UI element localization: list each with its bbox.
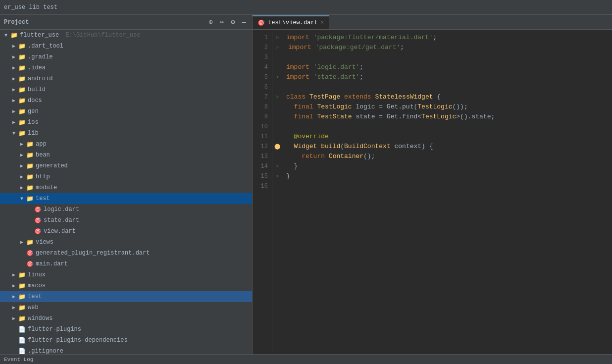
code-line-12: Widget build(BuildContext context) { [286,142,612,152]
tree-item-generated[interactable]: ▶ 📁 generated [0,160,252,171]
folder-icon: 📁 [18,65,26,71]
tree-item-build[interactable]: ▶ 📁 build [0,84,252,95]
tree-item-label: views [36,239,53,246]
tree-item-bean[interactable]: ▶ 📁 bean [0,150,252,160]
gutter-8 [272,102,282,112]
tree-item-dart-tool[interactable]: ▶ 📁 .dart_tool [0,41,252,52]
expand-arrow: ▶ [10,98,18,104]
expand-arrow: ▼ [2,33,10,38]
line-num-1: 1 [253,33,268,43]
gutter-13 [272,152,282,161]
code-line-6 [286,82,612,92]
code-editor: 1 2 3 4 5 6 7 8 9 10 11 12 13 14 15 16 ▷… [253,30,612,354]
folder-icon: 📁 [18,305,26,311]
tree-item-lib[interactable]: ▼ 📁 lib [0,128,252,139]
tree-item-linux[interactable]: ▶ 📁 linux [0,269,252,280]
dart-file-icon: 🎯 [26,250,34,256]
expand-arrow: ▶ [10,54,18,60]
expand-arrow: ▶ [18,185,26,191]
folder-icon: 📁 [26,163,34,169]
tree-item-test-lib[interactable]: ▼ 📁 test [0,193,252,204]
tree-item-flutter-plugins[interactable]: 📄 flutter-plugins [0,324,252,335]
tree-item-http[interactable]: ▶ 📁 http [0,171,252,182]
tree-item-label: main.dart [36,260,68,267]
folder-icon: 📁 [18,294,26,300]
collapse-all-icon[interactable]: ⇔ [218,17,226,27]
folder-icon: 📁 [18,76,26,82]
tree-item-gen[interactable]: ▶ 📁 gen [0,106,252,117]
tree-item-label: view.dart [44,228,76,235]
tree-item-view-dart[interactable]: 🎯 view.dart [0,226,252,237]
tree-item-android[interactable]: ▶ 📁 android [0,73,252,84]
folder-icon: 📁 [26,239,34,245]
gutter-14: ▷ [272,161,282,171]
dart-file-icon: 🎯 [34,217,42,223]
tree-item-macos[interactable]: ▶ 📁 macos [0,280,252,291]
tree-item-label: windows [28,315,52,322]
folder-icon: 📁 [26,152,34,158]
tree-item-test-root[interactable]: ▶ 📁 test [0,291,252,302]
tab-close-button[interactable]: × [321,20,324,26]
expand-arrow: ▶ [10,108,18,114]
line-num-2: 2 [253,43,268,52]
tree-item-label: state.dart [44,217,79,224]
tree-item-views[interactable]: ▶ 📁 views [0,237,252,248]
code-line-10 [286,122,612,132]
tree-item-app[interactable]: ▶ 📁 app [0,139,252,150]
tree-item-gradle[interactable]: ▶ 📁 .gradle [0,52,252,62]
tree-item-generated-plugin[interactable]: 🎯 generated_plugin_registrant.dart [0,248,252,259]
gutter-4 [272,62,282,72]
tree-item-logic-dart[interactable]: 🎯 logic.dart [0,204,252,215]
folder-icon: 📁 [18,130,26,136]
settings-icon[interactable]: ⚙ [229,17,237,27]
editor-tab-view-dart[interactable]: 🎯 test\view.dart × [253,15,329,29]
tree-item-windows[interactable]: ▶ 📁 windows [0,313,252,324]
expand-arrow: ▶ [10,272,18,278]
code-line-8: final TestLogic logic = Get.put(TestLogi… [286,102,612,112]
expand-arrow: ▶ [10,76,18,82]
line-num-6: 6 [253,82,268,92]
folder-icon: 📁 [18,283,26,289]
file-tree[interactable]: ▼ 📁 flutter_use E:\GitHub\flutter_use ▶ … [0,30,252,354]
tree-item-label: test [36,195,50,202]
tree-item-label: bean [36,152,50,158]
tree-item-label: macos [28,282,46,289]
tree-root-item[interactable]: ▼ 📁 flutter_use E:\GitHub\flutter_use [0,30,252,41]
tree-item-label: flutter-plugins-dependencies [28,337,128,344]
expand-arrow: ▶ [18,141,26,147]
minimize-icon[interactable]: — [240,17,248,27]
tree-item-label: docs [28,97,42,104]
line-num-11: 11 [253,132,268,142]
breadcrumb: er_use lib test [4,4,57,11]
gutter-7: ▷ [272,92,282,102]
sidebar-header: Project ⊕ ⇔ ⚙ — [0,15,252,30]
expand-arrow: ▶ [10,43,18,49]
dart-file-icon: 🎯 [34,207,42,212]
add-icon[interactable]: ⊕ [206,17,214,27]
line-num-16: 16 [253,181,268,191]
tree-item-idea[interactable]: ▶ 📁 .idea [0,62,252,73]
tree-item-module[interactable]: ▶ 📁 module [0,182,252,193]
config-file-icon: 📄 [18,326,26,332]
gutter-2: ▷ [272,43,282,52]
tree-item-web[interactable]: ▶ 📁 web [0,302,252,313]
tab-label: test\view.dart [268,19,318,26]
folder-icon: 📁 [26,174,34,180]
tree-item-flutter-plugins-dep[interactable]: 📄 flutter-plugins-dependencies [0,335,252,346]
sidebar: Project ⊕ ⇔ ⚙ — ▼ 📁 flutter_use E:\GitHu… [0,15,253,354]
code-line-9: final TestState state = Get.find<TestLog… [286,112,612,122]
event-log-label[interactable]: Event Log [4,357,33,363]
tab-dart-icon: 🎯 [257,19,265,27]
expand-arrow: ▼ [18,196,26,202]
tree-item-main-dart[interactable]: 🎯 main.dart [0,259,252,269]
tree-item-ios[interactable]: ▶ 📁 ios [0,117,252,128]
folder-icon: 📁 [26,196,34,202]
tree-item-docs[interactable]: ▶ 📁 docs [0,95,252,106]
code-line-7: class TestPage extends StatelessWidget { [286,92,612,102]
project-root-label: flutter_use E:\GitHub\flutter_use [20,32,141,39]
gutter-11 [272,132,282,142]
tree-item-gitignore[interactable]: 📄 .gitignore [0,346,252,354]
tree-item-state-dart[interactable]: 🎯 state.dart [0,215,252,226]
code-content[interactable]: import 'package:flutter/material.dart'; … [282,30,612,354]
expand-arrow: ▶ [10,65,18,71]
